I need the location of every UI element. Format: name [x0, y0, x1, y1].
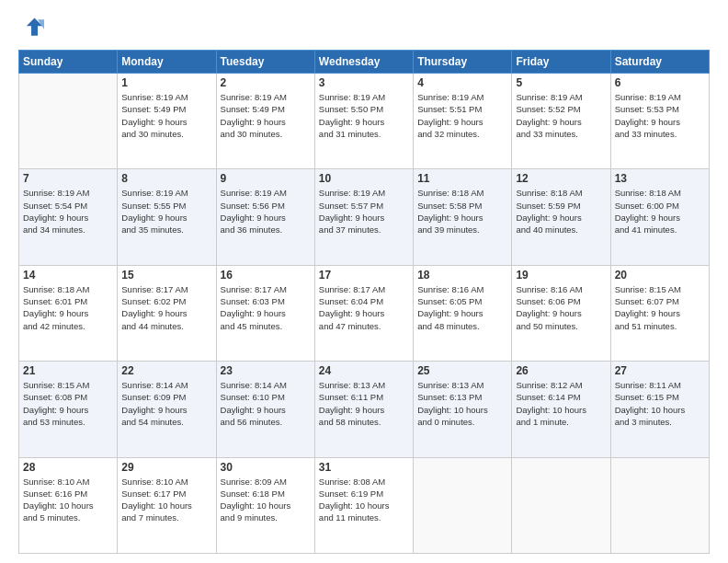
- day-info: Sunrise: 8:16 AM Sunset: 6:06 PM Dayligh…: [516, 283, 606, 332]
- calendar-header-cell: Tuesday: [216, 51, 314, 74]
- calendar-day-cell: 12Sunrise: 8:18 AM Sunset: 5:59 PM Dayli…: [512, 169, 610, 265]
- day-number: 11: [417, 172, 507, 185]
- calendar-header-cell: Friday: [512, 51, 610, 74]
- calendar-header-cell: Thursday: [414, 51, 512, 74]
- page: SundayMondayTuesdayWednesdayThursdayFrid…: [0, 0, 728, 563]
- calendar-header-cell: Wednesday: [314, 51, 413, 74]
- calendar-day-cell: 18Sunrise: 8:16 AM Sunset: 6:05 PM Dayli…: [414, 265, 512, 361]
- day-info: Sunrise: 8:09 AM Sunset: 6:18 PM Dayligh…: [221, 476, 311, 524]
- day-number: 9: [221, 172, 311, 185]
- day-number: 8: [121, 172, 211, 185]
- calendar-day-cell: 4Sunrise: 8:19 AM Sunset: 5:51 PM Daylig…: [414, 74, 512, 169]
- day-info: Sunrise: 8:14 AM Sunset: 6:09 PM Dayligh…: [121, 379, 211, 428]
- calendar-day-cell: 22Sunrise: 8:14 AM Sunset: 6:09 PM Dayli…: [118, 362, 216, 457]
- calendar-day-cell: 31Sunrise: 8:08 AM Sunset: 6:19 PM Dayli…: [314, 457, 413, 553]
- day-info: Sunrise: 8:19 AM Sunset: 5:57 PM Dayligh…: [319, 187, 409, 236]
- calendar-header-cell: Sunday: [19, 51, 118, 74]
- calendar-week-row: 21Sunrise: 8:15 AM Sunset: 6:08 PM Dayli…: [19, 362, 710, 457]
- day-number: 6: [615, 76, 705, 89]
- calendar-header-row: SundayMondayTuesdayWednesdayThursdayFrid…: [19, 51, 710, 74]
- calendar-week-row: 14Sunrise: 8:18 AM Sunset: 6:01 PM Dayli…: [19, 265, 710, 361]
- day-info: Sunrise: 8:18 AM Sunset: 5:58 PM Dayligh…: [417, 187, 507, 236]
- day-info: Sunrise: 8:19 AM Sunset: 5:53 PM Dayligh…: [615, 91, 705, 140]
- day-info: Sunrise: 8:16 AM Sunset: 6:05 PM Dayligh…: [417, 283, 507, 332]
- day-number: 7: [23, 172, 113, 185]
- day-number: 28: [23, 461, 113, 474]
- day-info: Sunrise: 8:10 AM Sunset: 6:17 PM Dayligh…: [121, 476, 211, 524]
- day-number: 2: [221, 76, 311, 89]
- logo: [18, 15, 48, 40]
- day-info: Sunrise: 8:08 AM Sunset: 6:19 PM Dayligh…: [319, 476, 409, 524]
- calendar-day-cell: 19Sunrise: 8:16 AM Sunset: 6:06 PM Dayli…: [512, 265, 610, 361]
- day-info: Sunrise: 8:19 AM Sunset: 5:51 PM Dayligh…: [417, 91, 507, 140]
- calendar-day-cell: [512, 457, 610, 553]
- calendar-header-cell: Monday: [118, 51, 216, 74]
- day-number: 27: [615, 364, 705, 377]
- calendar-day-cell: 26Sunrise: 8:12 AM Sunset: 6:14 PM Dayli…: [512, 362, 610, 457]
- calendar-day-cell: 21Sunrise: 8:15 AM Sunset: 6:08 PM Dayli…: [19, 362, 118, 457]
- day-number: 20: [615, 269, 705, 282]
- day-info: Sunrise: 8:13 AM Sunset: 6:13 PM Dayligh…: [417, 379, 507, 428]
- day-info: Sunrise: 8:11 AM Sunset: 6:15 PM Dayligh…: [615, 379, 705, 428]
- day-number: 23: [221, 364, 311, 377]
- day-number: 19: [516, 269, 606, 282]
- calendar-day-cell: 24Sunrise: 8:13 AM Sunset: 6:11 PM Dayli…: [314, 362, 413, 457]
- day-number: 24: [319, 364, 409, 377]
- calendar-day-cell: 2Sunrise: 8:19 AM Sunset: 5:49 PM Daylig…: [216, 74, 314, 169]
- day-number: 21: [23, 364, 113, 377]
- day-info: Sunrise: 8:19 AM Sunset: 5:56 PM Dayligh…: [221, 187, 311, 236]
- calendar-day-cell: 28Sunrise: 8:10 AM Sunset: 6:16 PM Dayli…: [19, 457, 118, 553]
- day-number: 29: [121, 461, 211, 474]
- day-number: 4: [417, 76, 507, 89]
- day-info: Sunrise: 8:14 AM Sunset: 6:10 PM Dayligh…: [221, 379, 311, 428]
- calendar-day-cell: 11Sunrise: 8:18 AM Sunset: 5:58 PM Dayli…: [414, 169, 512, 265]
- day-number: 22: [121, 364, 211, 377]
- calendar-day-cell: 27Sunrise: 8:11 AM Sunset: 6:15 PM Dayli…: [610, 362, 709, 457]
- calendar-header-cell: Saturday: [610, 51, 709, 74]
- day-info: Sunrise: 8:12 AM Sunset: 6:14 PM Dayligh…: [516, 379, 606, 428]
- calendar-day-cell: 23Sunrise: 8:14 AM Sunset: 6:10 PM Dayli…: [216, 362, 314, 457]
- day-info: Sunrise: 8:17 AM Sunset: 6:04 PM Dayligh…: [319, 283, 409, 332]
- calendar-body: 1Sunrise: 8:19 AM Sunset: 5:49 PM Daylig…: [19, 74, 710, 554]
- day-info: Sunrise: 8:15 AM Sunset: 6:07 PM Dayligh…: [615, 283, 705, 332]
- day-number: 5: [516, 76, 606, 89]
- calendar-table: SundayMondayTuesdayWednesdayThursdayFrid…: [18, 50, 710, 554]
- calendar-day-cell: 1Sunrise: 8:19 AM Sunset: 5:49 PM Daylig…: [118, 74, 216, 169]
- logo-icon: [18, 15, 44, 40]
- day-info: Sunrise: 8:18 AM Sunset: 5:59 PM Dayligh…: [516, 187, 606, 236]
- calendar-day-cell: 10Sunrise: 8:19 AM Sunset: 5:57 PM Dayli…: [314, 169, 413, 265]
- day-number: 30: [221, 461, 311, 474]
- day-number: 15: [121, 269, 211, 282]
- calendar-day-cell: 20Sunrise: 8:15 AM Sunset: 6:07 PM Dayli…: [610, 265, 709, 361]
- day-number: 14: [23, 269, 113, 282]
- calendar-day-cell: [610, 457, 709, 553]
- day-number: 18: [417, 269, 507, 282]
- day-info: Sunrise: 8:17 AM Sunset: 6:03 PM Dayligh…: [221, 283, 311, 332]
- day-number: 17: [319, 269, 409, 282]
- day-info: Sunrise: 8:19 AM Sunset: 5:50 PM Dayligh…: [319, 91, 409, 140]
- calendar-week-row: 1Sunrise: 8:19 AM Sunset: 5:49 PM Daylig…: [19, 74, 710, 169]
- calendar-day-cell: 15Sunrise: 8:17 AM Sunset: 6:02 PM Dayli…: [118, 265, 216, 361]
- calendar-day-cell: 5Sunrise: 8:19 AM Sunset: 5:52 PM Daylig…: [512, 74, 610, 169]
- day-info: Sunrise: 8:19 AM Sunset: 5:49 PM Dayligh…: [221, 91, 311, 140]
- calendar-day-cell: 25Sunrise: 8:13 AM Sunset: 6:13 PM Dayli…: [414, 362, 512, 457]
- day-info: Sunrise: 8:10 AM Sunset: 6:16 PM Dayligh…: [23, 476, 113, 524]
- day-number: 1: [121, 76, 211, 89]
- day-number: 31: [319, 461, 409, 474]
- day-number: 13: [615, 172, 705, 185]
- day-number: 12: [516, 172, 606, 185]
- day-info: Sunrise: 8:19 AM Sunset: 5:52 PM Dayligh…: [516, 91, 606, 140]
- calendar-day-cell: [414, 457, 512, 553]
- calendar-week-row: 7Sunrise: 8:19 AM Sunset: 5:54 PM Daylig…: [19, 169, 710, 265]
- day-info: Sunrise: 8:19 AM Sunset: 5:55 PM Dayligh…: [121, 187, 211, 236]
- calendar-day-cell: 9Sunrise: 8:19 AM Sunset: 5:56 PM Daylig…: [216, 169, 314, 265]
- day-number: 3: [319, 76, 409, 89]
- calendar-day-cell: 17Sunrise: 8:17 AM Sunset: 6:04 PM Dayli…: [314, 265, 413, 361]
- calendar-day-cell: 6Sunrise: 8:19 AM Sunset: 5:53 PM Daylig…: [610, 74, 709, 169]
- calendar-day-cell: 30Sunrise: 8:09 AM Sunset: 6:18 PM Dayli…: [216, 457, 314, 553]
- calendar-day-cell: 8Sunrise: 8:19 AM Sunset: 5:55 PM Daylig…: [118, 169, 216, 265]
- day-info: Sunrise: 8:17 AM Sunset: 6:02 PM Dayligh…: [121, 283, 211, 332]
- day-number: 25: [417, 364, 507, 377]
- calendar-day-cell: 13Sunrise: 8:18 AM Sunset: 6:00 PM Dayli…: [610, 169, 709, 265]
- day-info: Sunrise: 8:18 AM Sunset: 6:00 PM Dayligh…: [615, 187, 705, 236]
